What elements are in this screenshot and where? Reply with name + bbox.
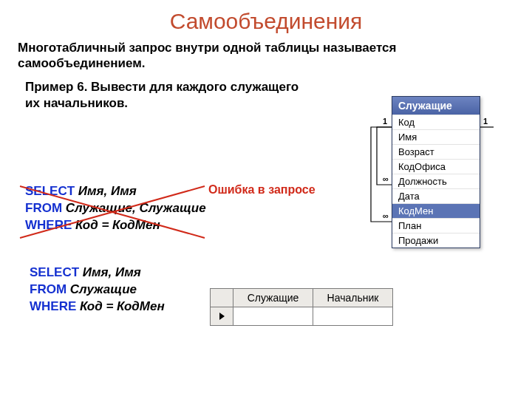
kw-from: FROM <box>30 282 66 296</box>
where-cond: Код = КодМен <box>72 218 160 232</box>
col-header-2: Начальник <box>313 289 393 307</box>
field-row: Продажи <box>392 233 480 248</box>
field-row: Должность <box>392 174 480 188</box>
intro-text: Многотабличный запрос внутри одной табли… <box>0 34 532 75</box>
grid-row <box>211 307 393 326</box>
from-list: Служащие, Служащие <box>62 201 206 215</box>
sql-query-2: SELECT Имя, Имя FROM Служащие WHERE Код … <box>30 265 165 316</box>
card-1-left: 1 <box>383 117 387 126</box>
row-selector <box>211 307 233 326</box>
field-row-selected: КодМен <box>392 203 480 218</box>
field-row: Возраст <box>392 144 480 159</box>
where-cond: Код = КодМен <box>76 299 164 313</box>
select-list: Имя, Имя <box>75 184 137 198</box>
row-selector-header <box>211 289 233 307</box>
select-list: Имя, Имя <box>79 265 141 279</box>
kw-where: WHERE <box>30 299 76 313</box>
table-diagram: 1 ∞ ∞ 1 Служащие Код Имя Возраст КодОфис… <box>356 96 504 288</box>
kw-select: SELECT <box>25 184 75 198</box>
card-inf-1: ∞ <box>383 174 389 183</box>
field-row: Имя <box>392 129 480 144</box>
from-list: Служащие <box>66 282 137 296</box>
cell <box>313 307 393 326</box>
sql-query-1: SELECT Имя, Имя FROM Служащие, Служащие … <box>25 183 206 234</box>
field-row: Код <box>392 115 480 129</box>
field-row: План <box>392 218 480 233</box>
field-row: Дата <box>392 188 480 203</box>
field-row: КодОфиса <box>392 159 480 174</box>
card-1-right: 1 <box>483 117 488 126</box>
table-box: Служащие Код Имя Возраст КодОфиса Должно… <box>392 96 480 248</box>
kw-select: SELECT <box>30 265 79 279</box>
kw-from: FROM <box>25 201 62 215</box>
error-label: Ошибка в запросе <box>208 183 316 197</box>
cell <box>233 307 313 326</box>
kw-where: WHERE <box>25 218 72 232</box>
table-header: Служащие <box>392 97 480 115</box>
grid-header-row: Служащие Начальник <box>211 289 393 307</box>
slide-title: Самообъединения <box>0 0 532 34</box>
current-row-icon <box>219 313 225 320</box>
card-inf-2: ∞ <box>383 211 389 220</box>
col-header-1: Служащие <box>233 289 313 307</box>
result-grid: Служащие Начальник <box>210 288 393 326</box>
